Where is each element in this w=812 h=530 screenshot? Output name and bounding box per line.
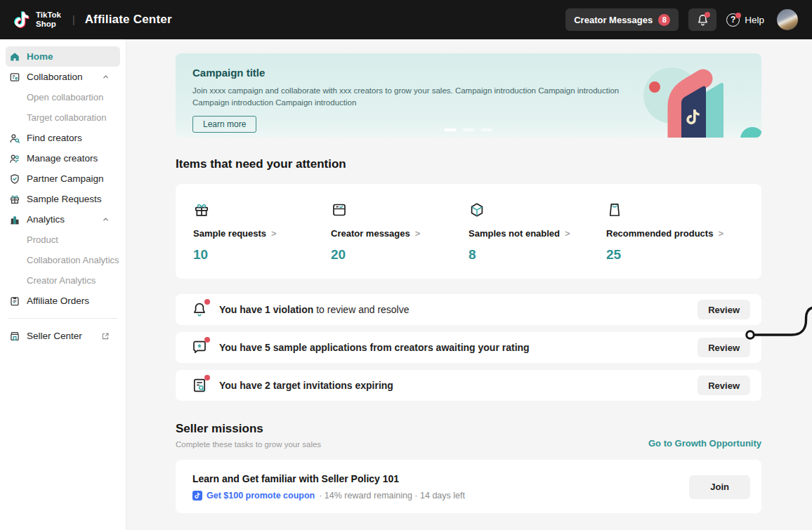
stat-value: 20 [331,247,469,263]
stat-value: 25 [606,247,744,263]
help-button[interactable]: ? Help [726,13,764,27]
header-divider: | [72,14,75,25]
stat-recommended-products: Recommended products> 25 [606,201,744,263]
alert-dot [204,375,210,380]
chevron-up-icon [102,216,110,223]
mission-title: Learn and Get familiar with Seller Polic… [192,473,465,484]
top-header: TikTok Shop | Affiliate Center Creator M… [0,0,812,39]
collaboration-icon [9,72,20,83]
alert-text: You have 1 violation to review and resol… [219,304,410,315]
external-link-icon [101,332,110,340]
chat-star-icon [191,339,208,356]
gift-icon [193,201,210,218]
banner-title: Campaign title [192,67,761,79]
doc-search-icon [191,377,208,394]
chevron-up-icon [102,73,110,81]
stat-sample-requests: Sample requests> 10 [193,201,331,263]
review-button[interactable]: Review [698,300,750,319]
avatar[interactable] [777,9,798,30]
growth-opportunity-link[interactable]: Go to Growth Opportunity [648,438,761,449]
sidebar-item-open-collaboration[interactable]: Open collaboartion [6,87,120,107]
missions-subheading: Complete these tasks to grow your sales [176,440,321,449]
carousel-dot-1[interactable] [445,128,457,131]
attention-heading: Items that need your attention [176,157,761,171]
page-title: Affiliate Center [85,13,172,27]
sidebar-item-sample-requests[interactable]: Sample Requests [6,189,120,209]
banner-description: Join xxxx campaign and collaborate with … [192,85,653,110]
manage-creators-icon [9,153,20,164]
help-dot [735,13,741,18]
alert-text: You have 2 target invitations expiring [219,380,393,391]
mission-card: Learn and Get familiar with Seller Polic… [176,460,761,513]
chevron-right-icon: > [565,228,570,239]
alerts-list: You have 1 violation to review and resol… [176,294,761,401]
sidebar-item-find-creators[interactable]: Find creators [6,128,120,148]
chevron-right-icon: > [415,228,421,239]
chevron-right-icon: > [718,228,723,239]
review-button[interactable]: Review [698,338,750,357]
main-content: Campaign title Join xxxx campaign and co… [126,39,812,530]
clipboard-icon [9,296,20,307]
sidebar-item-target-collaboration[interactable]: Target collaboration [6,107,120,128]
creator-messages-badge: 8 [658,14,670,26]
bell-icon [191,301,208,318]
cube-icon [469,201,485,218]
attention-stats-card: Sample requests> 10 Creator messages> 20… [176,184,761,279]
stat-value: 8 [469,247,606,263]
carousel-dot-2[interactable] [463,128,475,131]
stat-samples-not-enabled: Samples not enabled> 8 [469,201,606,263]
tiktok-shop-logo[interactable]: TikTok Shop [13,10,61,29]
bag-icon [606,201,623,218]
affiliate-center-page: TikTok Shop | Affiliate Center Creator M… [0,0,812,530]
sidebar-item-affiliate-orders[interactable]: Affiliate Orders [6,291,120,311]
sidebar-item-manage-creators[interactable]: Manage creators [6,148,120,168]
stat-creator-messages: Creator messages> 20 [331,201,469,263]
sidebar-item-home[interactable]: Home [6,46,120,67]
sidebar-item-product[interactable]: Product [6,230,120,250]
sidebar-divider [8,318,117,319]
notification-dot [705,12,710,18]
message-icon [331,201,348,218]
notifications-button[interactable] [688,8,716,31]
coupon-icon [192,491,202,501]
sidebar-item-collaboration-analytics[interactable]: Collaboration Analytics [6,250,120,270]
brand-text: TikTok Shop [36,11,61,29]
mission-meta: · 14% reward remaining · 14 days left [319,491,465,501]
home-icon [9,51,20,62]
store-icon [9,331,20,342]
sidebar-item-collaboration[interactable]: Collaboration [6,67,120,87]
alert-text: You have 5 sample applications from crea… [219,342,530,353]
review-button[interactable]: Review [698,376,750,395]
coupon-link[interactable]: Get $100 promote coupon [207,491,315,501]
sidebar-item-analytics[interactable]: Analytics [6,209,120,230]
sidebar-item-creator-analytics[interactable]: Creator Analytics [6,270,120,291]
sidebar-item-partner-campaign[interactable]: Partner Campaign [6,168,120,189]
stat-link[interactable]: Creator messages> [331,228,469,239]
sidebar-item-seller-center[interactable]: Seller Center [6,326,120,346]
find-creators-icon [9,133,20,144]
question-icon: ? [726,13,740,27]
stat-value: 10 [193,247,331,263]
campaign-banner: Campaign title Join xxxx campaign and co… [176,53,761,138]
learn-more-button[interactable]: Learn more [192,116,256,133]
stat-link[interactable]: Sample requests> [193,228,331,239]
missions-heading: Seller missions [176,422,321,436]
shield-icon [9,173,20,185]
join-button[interactable]: Join [689,475,750,499]
sidebar: Home Collaboration Open collaboartion Ta… [0,39,126,530]
tiktok-note-icon [13,10,31,29]
stat-link[interactable]: Recommended products> [606,228,744,239]
analytics-icon [9,214,20,225]
alert-dot [204,337,210,343]
carousel-dot-3[interactable] [481,128,493,131]
gift-icon [9,194,20,205]
alert-target-invitations: You have 2 target invitations expiring R… [176,370,761,401]
stat-link[interactable]: Samples not enabled> [469,228,606,239]
creator-messages-button[interactable]: Creator Messages 8 [565,8,679,31]
alert-dot [204,299,210,305]
carousel-dots [445,128,493,131]
chevron-right-icon: > [271,228,277,239]
alert-violation: You have 1 violation to review and resol… [176,294,761,325]
alert-sample-applications: You have 5 sample applications from crea… [176,332,761,363]
